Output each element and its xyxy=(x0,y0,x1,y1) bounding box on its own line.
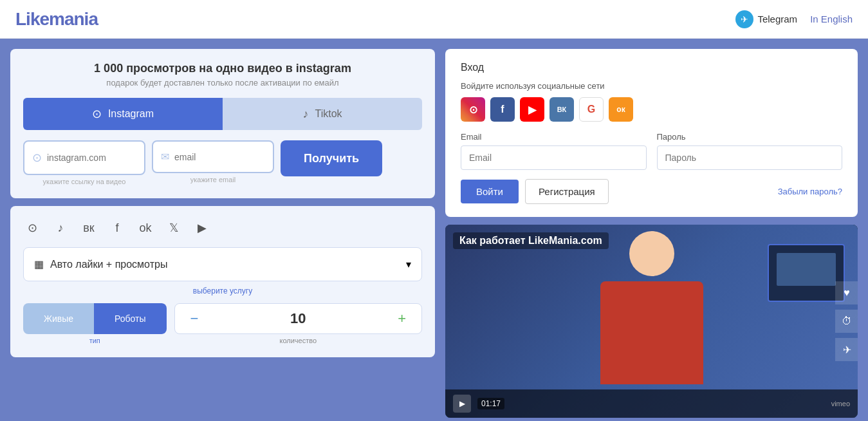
email-input[interactable] xyxy=(174,152,265,162)
right-column: Вход Войдите используя социальные сети ⊙… xyxy=(445,49,858,418)
social-icons-row: ⊙ ♪ вк f ok 𝕏 ▶ xyxy=(23,219,422,237)
email-icon: ✉ xyxy=(161,151,169,163)
video-like-icon[interactable]: ♥ xyxy=(835,281,858,304)
video-thumbnail: Как работает LikeMania.com ♥ ⏱ ✈ xyxy=(445,225,858,418)
service-facebook-icon[interactable]: f xyxy=(108,219,126,237)
video-play-button[interactable]: ▶ xyxy=(453,395,471,413)
email-input-wrapper[interactable]: ✉ xyxy=(152,140,274,173)
type-alive-button[interactable]: Живые xyxy=(23,303,94,334)
monitor-bg xyxy=(768,244,845,302)
url-input-group: ⊙ укажите ссылку на видео xyxy=(23,140,145,185)
main-layout: 1 000 просмотров на одно видео в instagr… xyxy=(0,39,868,421)
login-title: Вход xyxy=(461,62,842,73)
telegram-link[interactable]: ✈ Telegram xyxy=(735,10,797,28)
url-input-wrapper[interactable]: ⊙ xyxy=(23,140,145,175)
service-tiktok-icon[interactable]: ♪ xyxy=(51,219,69,237)
social-login-text: Войдите используя социальные сети xyxy=(461,81,842,91)
video-controls: ▶ 01:17 vimeo xyxy=(445,389,858,418)
video-time: 01:17 xyxy=(477,398,504,409)
video-person-area xyxy=(575,231,729,405)
inputs-row: ⊙ укажите ссылку на видео ✉ укажите emai… xyxy=(23,140,422,185)
email-field-group: Email xyxy=(461,132,647,170)
login-block: Вход Войдите используя социальные сети ⊙… xyxy=(445,49,858,217)
lang-link[interactable]: In English xyxy=(810,14,853,24)
vimeo-label: vimeo xyxy=(831,400,850,407)
email-input-label: укажите email xyxy=(152,176,274,183)
login-instagram-button[interactable]: ⊙ xyxy=(461,97,485,122)
video-title-overlay: Как работает LikeMania.com xyxy=(453,232,609,249)
qty-value: 10 xyxy=(290,310,306,327)
login-youtube-button[interactable]: ▶ xyxy=(520,97,544,122)
free-subtitle: подарок будет доставлен только после акт… xyxy=(23,78,422,88)
instagram-tab-icon: ⊙ xyxy=(92,107,102,121)
qty-wrapper: − 10 + количество xyxy=(174,303,422,344)
tab-tiktok[interactable]: ♪ Tiktok xyxy=(223,98,422,130)
person-head xyxy=(629,231,674,276)
tiktok-tab-icon: ♪ xyxy=(302,108,308,121)
qty-label: количество xyxy=(174,337,422,344)
tab-instagram[interactable]: ⊙ Instagram xyxy=(23,98,223,130)
service-vk-icon[interactable]: вк xyxy=(80,219,98,237)
services-block: ⊙ ♪ вк f ok 𝕏 ▶ ▦ Авто лайки + просмотры… xyxy=(10,206,435,357)
login-email-input[interactable] xyxy=(461,145,647,170)
social-login-icons: ⊙ f ▶ ВК G ок xyxy=(461,97,842,122)
tab-instagram-label: Instagram xyxy=(108,108,154,120)
url-input[interactable] xyxy=(47,153,136,163)
free-title: 1 000 просмотров на одно видео в instagr… xyxy=(23,62,422,75)
logo: Likemania xyxy=(15,9,98,30)
login-google-button[interactable]: G xyxy=(579,97,604,122)
free-block: 1 000 просмотров на одно видео в instagr… xyxy=(10,49,435,198)
chevron-down-icon: ▾ xyxy=(406,258,411,270)
video-side-icons: ♥ ⏱ ✈ xyxy=(835,281,858,361)
type-robot-button[interactable]: Роботы xyxy=(94,303,166,334)
monitor-screen xyxy=(777,253,836,286)
login-actions: Войти Регистрация Забыли пароль? xyxy=(461,179,842,204)
tabs-row: ⊙ Instagram ♪ Tiktok xyxy=(23,98,422,130)
service-dropdown-left: ▦ Авто лайки + просмотры xyxy=(34,258,167,270)
login-button[interactable]: Войти xyxy=(461,180,519,203)
header-right: ✈ Telegram In English xyxy=(735,10,853,28)
video-watch-later-icon[interactable]: ⏱ xyxy=(835,310,858,333)
email-label: Email xyxy=(461,132,647,142)
service-ok-icon[interactable]: ok xyxy=(136,219,154,237)
telegram-icon: ✈ xyxy=(735,10,753,28)
service-youtube-icon[interactable]: ▶ xyxy=(193,219,211,237)
type-group: Живые Роботы xyxy=(23,303,167,334)
login-password-input[interactable] xyxy=(657,145,843,170)
login-fields: Email Пароль xyxy=(461,132,842,170)
video-share-icon[interactable]: ✈ xyxy=(835,338,858,361)
login-ok-button[interactable]: ок xyxy=(609,97,633,122)
password-field-group: Пароль xyxy=(657,132,843,170)
service-dropdown[interactable]: ▦ Авто лайки + просмотры ▾ xyxy=(23,247,422,281)
type-qty-row: Живые Роботы тип − 10 + количество xyxy=(23,303,422,344)
qty-control: − 10 + xyxy=(174,303,422,334)
qty-minus-button[interactable]: − xyxy=(185,305,204,332)
register-button[interactable]: Регистрация xyxy=(525,179,609,204)
password-label: Пароль xyxy=(657,132,843,142)
service-label: выберите услугу xyxy=(23,286,422,295)
forgot-password-link[interactable]: Забыли пароль? xyxy=(778,187,842,196)
login-vk-button[interactable]: ВК xyxy=(549,97,574,122)
service-twitter-icon[interactable]: 𝕏 xyxy=(165,219,183,237)
video-block: Как работает LikeMania.com ♥ ⏱ ✈ ▶ 01:17… xyxy=(445,225,858,418)
service-dropdown-text: Авто лайки + просмотры xyxy=(50,259,167,270)
grid-icon: ▦ xyxy=(34,258,44,270)
header: Likemania ✈ Telegram In English xyxy=(0,0,868,39)
left-column: 1 000 просмотров на одно видео в instagr… xyxy=(10,49,435,418)
type-wrapper: Живые Роботы тип xyxy=(23,303,167,344)
camera-icon: ⊙ xyxy=(32,151,42,165)
type-label: тип xyxy=(23,337,167,344)
person-body xyxy=(600,281,703,384)
login-facebook-button[interactable]: f xyxy=(490,97,515,122)
url-input-label: укажите ссылку на видео xyxy=(23,178,145,185)
qty-plus-button[interactable]: + xyxy=(392,305,411,332)
service-instagram-icon[interactable]: ⊙ xyxy=(23,219,41,237)
get-button[interactable]: Получить xyxy=(281,140,382,176)
tab-tiktok-label: Tiktok xyxy=(315,108,342,120)
telegram-label: Telegram xyxy=(757,14,797,24)
email-input-group: ✉ укажите email xyxy=(152,140,274,183)
